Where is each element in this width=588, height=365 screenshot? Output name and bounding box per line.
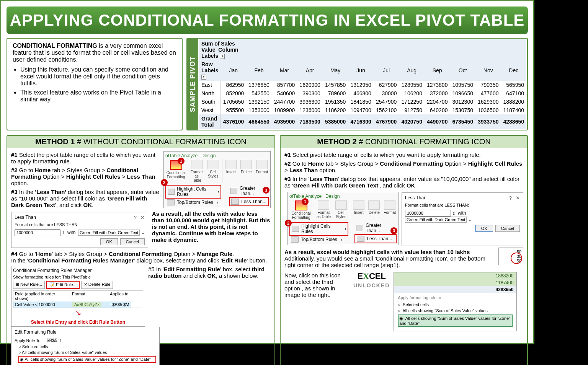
- intro-lead-bold: CONDITIONAL FORMATTING: [13, 42, 97, 49]
- less-than-input-2[interactable]: [405, 210, 451, 217]
- method-1-panel: METHOD 1 # WITHOUT CONDITIONAL FORMATTIN…: [7, 135, 275, 365]
- menu-greater-than-2[interactable]: Greater Than...: [354, 222, 397, 234]
- edit-rule-button[interactable]: 📝 Edit Rule...: [46, 281, 80, 289]
- method-1-subtitle: # WITHOUT CONDITIONAL FORMATTING ICON: [75, 137, 247, 146]
- close-icon[interactable]: ✕: [140, 215, 145, 220]
- method-1-title: METHOD 1: [35, 137, 75, 146]
- apply-rule-popup: 1888200 1187400 4288650 Apply formatting…: [394, 272, 517, 331]
- radio-all-values-zone-date[interactable]: ◉ All cells showing "Sum of Sales Value"…: [18, 356, 156, 363]
- rules-manager-dialog: Conditional Formatting Rules Manager Sho…: [11, 266, 145, 327]
- radio-all-values[interactable]: ○ All cells showing "Sum of Sales Value"…: [18, 350, 156, 355]
- ribbon-delete[interactable]: Delete: [240, 159, 253, 183]
- m2-result-bold: As a result, excel would highlight cells…: [284, 249, 470, 255]
- m1-result-text: As a result, all the cells with value le…: [152, 210, 271, 243]
- badge-2b: 2: [285, 220, 292, 226]
- fill-select[interactable]: Green Fill with Dark Green Text: [78, 230, 140, 236]
- intro-bullet-1: Using this feature, you can specify some…: [20, 66, 176, 87]
- ribbon-cell-styles[interactable]: Cell Styles: [207, 159, 220, 183]
- method-2-title: METHOD 2: [317, 137, 356, 146]
- pivot-table: Sum of Sales Value Column Labels ▾Row La…: [198, 39, 527, 130]
- ribbon-format[interactable]: Format: [255, 159, 269, 183]
- method-1-header: METHOD 1 # WITHOUT CONDITIONAL FORMATTIN…: [7, 136, 274, 148]
- m1-step1-num: #1: [11, 152, 19, 158]
- m1-step2-num: #2: [11, 167, 19, 173]
- badge-3: 3: [263, 187, 270, 194]
- ok-button[interactable]: OK: [100, 238, 118, 245]
- m2-result-3: Now, click on this icon and select the t…: [284, 272, 350, 298]
- excel-unlocked-logo: EXCELUNLOCKED: [353, 272, 390, 290]
- ribbon-conditional-formatting[interactable]: Conditional Formatting1: [165, 159, 186, 183]
- popup-radio-all-values[interactable]: ○ All cells showing "Sum of Sales Value"…: [398, 308, 513, 313]
- less-than-dialog-m1: Less Than✕? Format cells that are LESS T…: [11, 212, 148, 248]
- rules-mgr-title: Conditional Formatting Rules Manager: [13, 268, 143, 273]
- dlg-label: Format cells that are LESS THAN:: [15, 222, 145, 227]
- dlg-title: Less Than: [15, 215, 36, 220]
- method-2-subtitle: # CONDITIONAL FORMATTING ICON: [357, 137, 491, 146]
- page-title: APPLYING CONDITIONAL FORMATTING IN EXCEL…: [7, 7, 528, 34]
- new-rule-button[interactable]: ⊞ New Rule...: [13, 281, 45, 289]
- fill-select-2[interactable]: Green Fill with Dark Green Text: [405, 217, 467, 223]
- edit-rule-title: Edit Formatting Rule: [15, 329, 156, 335]
- cancel-button-2[interactable]: Cancel: [495, 225, 520, 232]
- popup-radio-selected[interactable]: ○ Selected cells: [398, 302, 513, 307]
- less-than-input[interactable]: [15, 229, 60, 236]
- popup-radio-all-zone-date[interactable]: ◉ All cells showing "Sum of Sales Value"…: [398, 314, 513, 327]
- badge-3b: 3: [390, 227, 397, 234]
- arrow-icon: ↘: [75, 308, 82, 317]
- help-icon-2[interactable]: ?: [509, 195, 512, 201]
- intro-panel: CONDITIONAL FORMATTING is a very common …: [7, 38, 183, 130]
- help-icon[interactable]: ?: [134, 215, 137, 220]
- method-2-header: METHOD 2 # CONDITIONAL FORMATTING ICON: [281, 136, 527, 148]
- less-than-dialog-m2: Less Than✕? Format cells that are LESS T…: [402, 192, 523, 246]
- intro-bullet-2: This excel feature also works on the Piv…: [20, 89, 176, 103]
- ok-button-2[interactable]: OK: [475, 225, 493, 232]
- rule-entry[interactable]: Cell Value < 1000000AaBbCcYyZz=$B$5:$M: [13, 301, 143, 308]
- cf-icon-corner-illustration: 500050: [498, 248, 523, 265]
- method-2-panel: METHOD 2 # CONDITIONAL FORMATTING ICON #…: [280, 135, 528, 365]
- ribbon-conditional-formatting-2[interactable]: Conditional Formatting1: [289, 200, 313, 220]
- radio-selected-cells[interactable]: ○ Selected cells: [18, 344, 156, 349]
- m2-step1: Select pivot table range of cells to whi…: [292, 152, 481, 158]
- delete-rule-button[interactable]: ✕ Delete Rule: [81, 281, 113, 289]
- close-icon-2[interactable]: ✕: [516, 195, 520, 201]
- apply-to-input[interactable]: =$B$5: [44, 338, 57, 343]
- ribbon-tab-design-2[interactable]: Design: [325, 194, 340, 199]
- menu-less-than-2[interactable]: Less Than...3: [354, 234, 397, 243]
- badge-2: 2: [161, 179, 168, 186]
- sample-pivot-panel: SAMPLE PIVOT Sum of Sales Value Column L…: [186, 38, 528, 130]
- menu-top-bottom-rules[interactable]: Top/Bottom Rules ›: [165, 199, 221, 206]
- badge-1: 1: [178, 158, 185, 165]
- m2-result-2: Additionally, you would see a small 'Con…: [284, 255, 485, 268]
- m1-step3-num: #3: [11, 189, 19, 195]
- edit-formatting-rule-dialog: Edit Formatting Rule Apply Rule To:=$B$5…: [11, 327, 160, 365]
- menu-highlight-cells-rules[interactable]: Highlight Cells Rules ›2: [165, 185, 221, 199]
- menu-highlight-cells-rules-2[interactable]: Highlight Cells Rules ›2: [289, 222, 348, 236]
- cancel-button[interactable]: Cancel: [120, 238, 145, 245]
- ribbon-tab-design[interactable]: Design: [201, 153, 216, 158]
- m2-step1-num: #1: [284, 152, 292, 158]
- ribbon-method-1: otTable Analyze Design Conditional Forma…: [163, 151, 271, 208]
- badge-1b: 1: [302, 198, 309, 205]
- sample-pivot-label: SAMPLE PIVOT: [187, 39, 198, 130]
- callout-edit-rule: Select this Entry and click Edit Rule Bu…: [13, 319, 143, 325]
- menu-top-bottom-rules-2[interactable]: Top/Bottom Rules ›: [289, 236, 348, 243]
- m1-step4-num: #4: [11, 251, 19, 257]
- ribbon-insert[interactable]: Insert: [224, 159, 237, 183]
- ribbon-method-2: otTable Analyze Design Conditional Forma…: [287, 192, 399, 245]
- ribbon-format-as-table[interactable]: Format as Table: [189, 159, 204, 183]
- menu-less-than[interactable]: Less Than...3: [229, 197, 269, 206]
- scope-select[interactable]: This PivotTable: [62, 275, 91, 279]
- m1-step1: Select the pivot table range of cells to…: [11, 152, 155, 165]
